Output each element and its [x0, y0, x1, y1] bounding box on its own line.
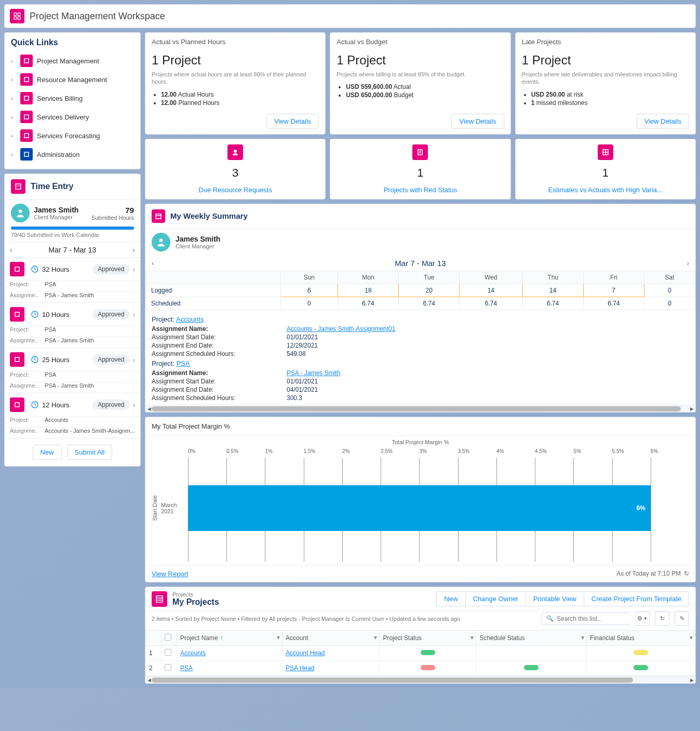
timecard-icon — [10, 262, 24, 276]
column-menu-icon[interactable]: ▾ — [690, 634, 693, 641]
column-menu-icon[interactable]: ▾ — [581, 634, 584, 641]
assign-value: 549.08 — [287, 350, 689, 357]
horizontal-scrollbar[interactable]: ◀ ▶ — [145, 676, 695, 683]
col-schedule-status[interactable]: Schedule Status▾ — [476, 630, 587, 645]
status-badge: Approved — [92, 400, 129, 410]
submit-all-button[interactable]: Submit All — [67, 445, 113, 460]
project-value: Accounts — [45, 417, 68, 423]
quick-link-item[interactable]: › Project Management — [11, 51, 134, 70]
project-label: Project: — [152, 315, 174, 323]
timecard-row[interactable]: 12 Hours Approved › — [5, 393, 140, 417]
kpi-label: Planned Hours — [178, 99, 219, 107]
kpi-headline: 1 Project — [336, 53, 504, 68]
change-owner-button[interactable]: Change Owner — [465, 591, 526, 606]
select-all-checkbox[interactable] — [165, 634, 171, 641]
new-project-button[interactable]: New — [436, 591, 465, 606]
scroll-right-icon[interactable]: ▶ — [688, 676, 695, 684]
timecard-row[interactable]: 10 Hours Approved › — [5, 303, 140, 326]
tile-due-resource-requests[interactable]: 3 Due Resource Requests — [145, 139, 326, 200]
account-link[interactable]: Account Head — [286, 649, 325, 657]
row-label-scheduled: Scheduled — [146, 297, 281, 310]
axis-tick: 0.5% — [226, 448, 265, 454]
weekly-prev-week[interactable]: ‹ — [152, 259, 154, 267]
column-menu-icon[interactable]: ▾ — [374, 634, 377, 641]
refresh-icon[interactable]: ↻ — [684, 570, 689, 577]
col-account[interactable]: Account▾ — [282, 630, 379, 645]
assignment-link[interactable]: Accounts - James Smith-Assignment01 — [287, 325, 689, 333]
project-link-accounts[interactable]: Accounts — [176, 315, 204, 323]
kpi-title: Actual vs Budget — [336, 38, 504, 46]
project-label: Project: — [10, 326, 38, 333]
weekly-next-week[interactable]: › — [687, 259, 689, 267]
project-name-link[interactable]: PSA — [180, 664, 193, 672]
table-row[interactable]: 1 Accounts Account Head — [146, 645, 695, 660]
svg-rect-31 — [156, 596, 163, 602]
assign-end-label: Assignment End Date: — [152, 386, 287, 393]
svg-point-12 — [19, 209, 22, 213]
next-week-arrow[interactable]: › — [132, 246, 135, 254]
refresh-button[interactable]: ↻ — [655, 612, 669, 626]
view-details-button[interactable]: View Details — [266, 114, 319, 129]
tile-link[interactable]: Estimates vs Actuals with High Varia... — [548, 186, 663, 194]
svg-rect-2 — [14, 17, 17, 19]
day-header: Fri — [583, 271, 644, 284]
kpi-label: Actual Hours — [178, 91, 214, 98]
create-from-template-button[interactable]: Create Project From Template — [584, 591, 689, 606]
view-details-button[interactable]: View Details — [451, 114, 504, 129]
project-link-psa[interactable]: PSA — [177, 360, 190, 367]
avatar — [11, 204, 30, 222]
quick-link-item[interactable]: › Services Delivery — [11, 108, 134, 126]
view-details-button[interactable]: View Details — [637, 114, 689, 129]
tile-count: 1 — [417, 166, 423, 180]
tile-link[interactable]: Projects with Red Status — [384, 186, 457, 194]
column-menu-icon[interactable]: ▾ — [277, 634, 280, 641]
avatar — [152, 233, 170, 251]
assignment-value: PSA - James Smith — [45, 337, 94, 343]
edit-button[interactable]: ✎ — [675, 612, 689, 626]
scroll-right-icon[interactable]: ▶ — [688, 405, 695, 413]
horizontal-scrollbar[interactable]: ◀ ▶ — [145, 405, 695, 412]
new-timecard-button[interactable]: New — [33, 445, 62, 460]
tile-estimates-variance[interactable]: 1 Estimates vs Actuals with High Varia..… — [515, 139, 696, 200]
settings-button[interactable]: ⚙▼ — [635, 612, 650, 626]
col-financial-status[interactable]: Financial Status▾ — [587, 630, 695, 645]
week-label: Mar 7 - Mar 13 — [49, 246, 97, 254]
svg-rect-22 — [418, 150, 422, 155]
project-name-link[interactable]: Accounts — [180, 649, 206, 657]
svg-rect-4 — [24, 59, 29, 63]
kpi-desc: Projects where actual hours are at least… — [152, 71, 319, 86]
search-box[interactable]: 🔍 — [542, 613, 630, 625]
search-input[interactable] — [557, 615, 635, 622]
quick-link-item[interactable]: › Services Billing — [11, 89, 134, 108]
svg-rect-6 — [24, 96, 29, 100]
quick-link-item[interactable]: › Resource Management — [11, 70, 134, 89]
col-project-status[interactable]: Project Status▾ — [380, 630, 476, 645]
axis-tick: 0% — [188, 448, 226, 454]
printable-view-button[interactable]: Printable View — [526, 591, 584, 606]
table-row[interactable]: 2 PSA PSA Head — [146, 660, 695, 675]
axis-tick: 3.5% — [458, 448, 496, 454]
row-checkbox[interactable] — [165, 649, 171, 656]
workspace-icon — [10, 9, 24, 23]
axis-tick: 1.5% — [304, 448, 342, 454]
status-badge: Approved — [92, 264, 129, 274]
row-checkbox[interactable] — [165, 664, 171, 671]
account-link[interactable]: PSA Head — [286, 664, 314, 672]
weekly-user-role: Client Manager — [176, 243, 220, 249]
column-menu-icon[interactable]: ▾ — [470, 634, 474, 641]
view-report-link[interactable]: View Report — [152, 570, 189, 578]
status-pill — [421, 650, 435, 655]
assign-name-label: Assignment Name: — [152, 325, 287, 333]
quick-link-item[interactable]: › Services Forecasting — [11, 126, 134, 145]
col-project-name[interactable]: Project Name↑▾ — [177, 630, 282, 645]
weekly-user-name: James Smith — [176, 235, 220, 243]
tile-link[interactable]: Due Resource Requests — [198, 186, 272, 194]
timecard-row[interactable]: 25 Hours Approved › — [5, 348, 140, 371]
quick-link-item[interactable]: › Administration — [11, 145, 134, 164]
tile-red-status[interactable]: 1 Projects with Red Status — [330, 139, 510, 200]
assignment-link[interactable]: PSA - James Smith — [287, 369, 689, 377]
timecard-row[interactable]: 32 Hours Approved › — [5, 258, 140, 281]
chevron-right-icon: › — [133, 311, 135, 318]
prev-week-arrow[interactable]: ‹ — [10, 246, 12, 254]
assign-sched-label: Assignment Scheduled Hours: — [152, 394, 287, 402]
